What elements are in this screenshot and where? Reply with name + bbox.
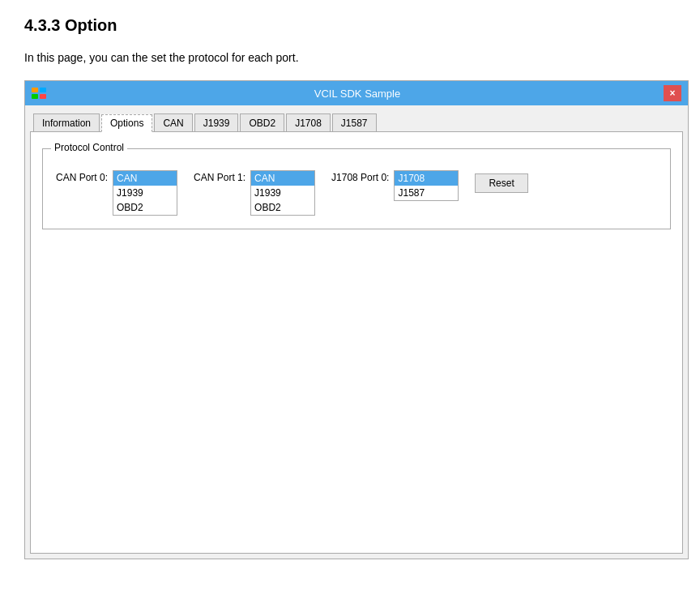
tab-content: Protocol Control CAN Port 0: CAN J1939 O… (30, 132, 683, 554)
window-title: VCIL SDK Sample (51, 88, 664, 100)
j1708-port-0-item-j1708[interactable]: J1708 (395, 171, 458, 186)
svg-rect-1 (40, 88, 46, 92)
tab-options[interactable]: Options (101, 114, 152, 132)
tab-j1708[interactable]: J1708 (286, 113, 331, 131)
close-button[interactable]: × (664, 85, 681, 101)
reset-section: Reset (475, 170, 527, 193)
can-port-0-item-j1939[interactable]: J1939 (113, 186, 177, 200)
application-window: VCIL SDK Sample × Information Options CA… (24, 80, 689, 559)
tab-obd2[interactable]: OBD2 (240, 113, 284, 131)
window-body: Information Options CAN J1939 OBD2 J1708… (25, 105, 688, 559)
can-port-0-item-obd2[interactable]: OBD2 (113, 200, 177, 215)
j1708-port-0-label: J1708 Port 0: (331, 172, 389, 183)
j1708-port-0-section: J1708 Port 0: J1708 J1587 (331, 170, 459, 201)
svg-rect-2 (32, 94, 38, 99)
can-port-0-label: CAN Port 0: (56, 172, 108, 183)
can-port-0-item-can[interactable]: CAN (113, 171, 177, 186)
can-port-1-item-obd2[interactable]: OBD2 (251, 200, 314, 215)
reset-button[interactable]: Reset (475, 173, 527, 193)
intro-text: In this page, you can the set the protoc… (24, 51, 676, 64)
j1708-port-0-item-j1587[interactable]: J1587 (395, 186, 458, 200)
can-port-1-listbox[interactable]: CAN J1939 OBD2 (250, 170, 315, 216)
svg-rect-0 (32, 88, 38, 92)
tab-can[interactable]: CAN (154, 113, 192, 131)
j1708-port-0-listbox[interactable]: J1708 J1587 (394, 170, 459, 201)
group-box-legend: Protocol Control (51, 142, 127, 153)
tab-information[interactable]: Information (33, 113, 100, 131)
can-port-1-item-j1939[interactable]: J1939 (251, 186, 314, 200)
can-port-1-section: CAN Port 1: CAN J1939 OBD2 (194, 170, 315, 216)
svg-rect-3 (40, 94, 46, 99)
tab-j1587[interactable]: J1587 (332, 113, 377, 131)
can-port-0-section: CAN Port 0: CAN J1939 OBD2 (56, 170, 177, 216)
can-port-1-label: CAN Port 1: (194, 172, 245, 183)
app-icon (32, 88, 46, 99)
can-port-0-listbox[interactable]: CAN J1939 OBD2 (113, 170, 177, 216)
titlebar: VCIL SDK Sample × (25, 81, 688, 105)
tab-bar: Information Options CAN J1939 OBD2 J1708… (30, 110, 683, 132)
can-port-1-item-can[interactable]: CAN (251, 171, 314, 186)
protocol-control-group: Protocol Control CAN Port 0: CAN J1939 O… (42, 148, 671, 229)
page-heading: 4.3.3 Option (24, 16, 676, 35)
port-row: CAN Port 0: CAN J1939 OBD2 CAN Port 1: C… (56, 170, 657, 216)
tab-j1939[interactable]: J1939 (194, 113, 239, 131)
